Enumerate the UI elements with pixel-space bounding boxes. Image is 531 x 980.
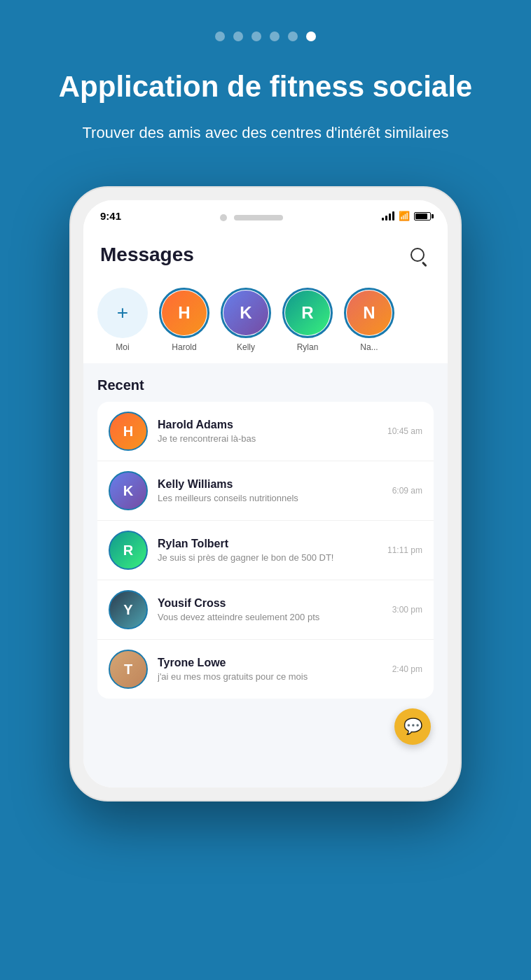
rylan-msg-time: 11:11 pm — [387, 545, 422, 555]
tyrone-msg-time: 2:40 pm — [392, 664, 422, 674]
dot-4[interactable] — [270, 31, 280, 41]
dot-5[interactable] — [288, 31, 298, 41]
subtitle: Trouver des amis avec des centres d'inté… — [59, 121, 472, 144]
status-bar: 9:41 📶 — [83, 200, 448, 227]
tyrone-msg-info: Tyrone Lowe j'ai eu mes mos gratuits pou… — [158, 657, 382, 682]
status-icons: 📶 — [382, 211, 431, 221]
dot-3[interactable] — [251, 31, 261, 41]
message-tyrone[interactable]: T Tyrone Lowe j'ai eu mes mos gratuits p… — [97, 640, 434, 699]
app-content: Messages + Moi — [83, 227, 448, 788]
story-harold[interactable]: H Harold — [159, 288, 209, 352]
search-button[interactable] — [404, 241, 431, 268]
story-add[interactable]: + Moi — [97, 288, 148, 352]
kelly-story-name: Kelly — [237, 342, 255, 352]
title-section: Application de fitness sociale Trouver d… — [17, 69, 514, 144]
rylan-avatar: R — [285, 290, 330, 335]
yousif-msg-time: 3:00 pm — [392, 605, 422, 615]
add-avatar-btn[interactable]: + — [97, 288, 148, 338]
harold-msg-time: 10:45 am — [387, 426, 422, 436]
yousif-msg-preview: Vous devez atteindre seulement 200 pts — [158, 612, 382, 622]
recent-label: Recent — [97, 377, 434, 393]
rylan-avatar-wrapper: R — [282, 288, 333, 338]
phone-inner: 9:41 📶 — [83, 200, 448, 788]
story-na[interactable]: N Na... — [344, 288, 394, 352]
harold-avatar-wrapper: H — [159, 288, 209, 338]
kelly-msg-info: Kelly Williams Les meilleurs conseils nu… — [158, 478, 382, 503]
story-rylan[interactable]: R Rylan — [282, 288, 333, 352]
yousif-msg-info: Yousif Cross Vous devez atteindre seulem… — [158, 597, 382, 622]
chat-fab-icon: 💬 — [404, 718, 422, 736]
phone-mockup: 9:41 📶 — [69, 186, 462, 802]
tyrone-msg-avatar: T — [109, 650, 148, 689]
add-label: Moi — [116, 342, 129, 352]
message-yousif[interactable]: Y Yousif Cross Vous devez atteindre seul… — [97, 580, 434, 640]
rylan-msg-name: Rylan Tolbert — [158, 538, 378, 550]
story-row: + Moi H Harold K — [83, 279, 448, 363]
messages-list: H Harold Adams Je te rencontrerai là-bas… — [97, 402, 434, 699]
tyrone-msg-preview: j'ai eu mes mos gratuits pour ce mois — [158, 671, 382, 682]
messages-header: Messages — [83, 227, 448, 279]
kelly-msg-avatar: K — [109, 471, 148, 510]
wifi-icon: 📶 — [399, 211, 410, 221]
harold-story-name: Harold — [172, 342, 196, 352]
story-kelly[interactable]: K Kelly — [221, 288, 271, 352]
harold-msg-preview: Je te rencontrerai là-bas — [158, 433, 378, 444]
page-wrapper: Application de fitness sociale Trouver d… — [0, 0, 531, 980]
na-avatar-wrapper: N — [344, 288, 394, 338]
kelly-msg-name: Kelly Williams — [158, 478, 382, 491]
na-story-name: Na... — [360, 342, 378, 352]
notch-area — [220, 211, 283, 221]
harold-avatar: H — [162, 290, 207, 335]
message-rylan[interactable]: R Rylan Tolbert Je suis si près de gagne… — [97, 521, 434, 580]
chat-fab-button[interactable]: 💬 — [394, 708, 431, 745]
rylan-msg-avatar: R — [109, 531, 148, 570]
dot-6-active[interactable] — [306, 31, 316, 41]
yousif-msg-avatar: Y — [109, 590, 148, 629]
dot-2[interactable] — [233, 31, 243, 41]
rylan-story-name: Rylan — [297, 342, 319, 352]
status-time: 9:41 — [100, 210, 121, 222]
recent-section: Recent H Harold Adams Je te rencontrerai… — [83, 363, 448, 706]
notch-camera — [220, 214, 227, 221]
phone-outer: 9:41 📶 — [69, 186, 462, 802]
signal-icon — [382, 212, 394, 220]
rylan-msg-info: Rylan Tolbert Je suis si près de gagner … — [158, 538, 378, 563]
page-indicator — [215, 31, 316, 41]
dot-1[interactable] — [215, 31, 225, 41]
notch-speaker — [234, 215, 283, 220]
harold-msg-info: Harold Adams Je te rencontrerai là-bas — [158, 419, 378, 444]
tyrone-msg-name: Tyrone Lowe — [158, 657, 382, 669]
kelly-avatar: K — [223, 290, 268, 335]
fab-area: 💬 — [83, 706, 448, 762]
main-title: Application de fitness sociale — [59, 69, 472, 104]
search-icon — [411, 248, 425, 262]
kelly-msg-time: 6:09 am — [392, 486, 422, 496]
na-avatar: N — [347, 290, 392, 335]
kelly-avatar-wrapper: K — [221, 288, 271, 338]
messages-title: Messages — [100, 244, 194, 266]
rylan-msg-preview: Je suis si près de gagner le bon de 500 … — [158, 552, 378, 563]
message-kelly[interactable]: K Kelly Williams Les meilleurs conseils … — [97, 461, 434, 521]
kelly-msg-preview: Les meilleurs conseils nutritionnels — [158, 493, 382, 503]
message-harold[interactable]: H Harold Adams Je te rencontrerai là-bas… — [97, 402, 434, 461]
add-icon: + — [117, 303, 128, 323]
battery-icon — [414, 212, 431, 220]
yousif-msg-name: Yousif Cross — [158, 597, 382, 610]
harold-msg-name: Harold Adams — [158, 419, 378, 431]
harold-msg-avatar: H — [109, 412, 148, 451]
